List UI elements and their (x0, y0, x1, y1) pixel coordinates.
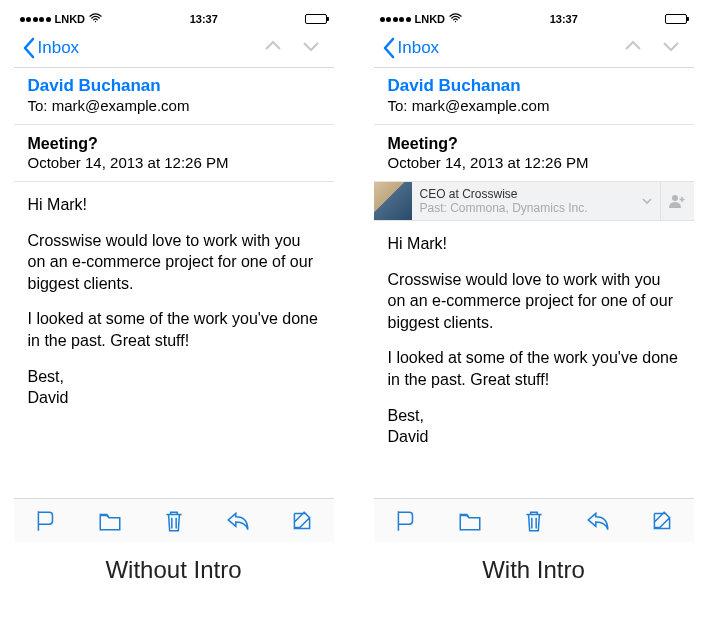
toolbar (14, 498, 334, 542)
wifi-icon (89, 13, 102, 25)
recipient-line: To: mark@example.com (388, 97, 680, 114)
svg-point-0 (672, 195, 678, 201)
subject-text: Meeting? (28, 135, 320, 153)
phone-with-intro: LNKD 13:37 Inbox (374, 10, 694, 542)
trash-button[interactable] (161, 508, 187, 534)
caption-right: With Intro (482, 556, 585, 584)
back-label: Inbox (398, 38, 440, 58)
chevron-left-icon (382, 37, 396, 59)
nav-bar: Inbox (374, 28, 694, 68)
sender-name[interactable]: David Buchanan (388, 76, 680, 96)
subject-block: Meeting? October 14, 2013 at 12:26 PM (14, 125, 334, 182)
status-bar: LNKD 13:37 (14, 10, 334, 28)
battery-icon (665, 14, 687, 24)
body-paragraph: I looked at some of the work you've done… (28, 308, 320, 351)
subject-text: Meeting? (388, 135, 680, 153)
caption-left: Without Intro (105, 556, 241, 584)
sender-name[interactable]: David Buchanan (28, 76, 320, 96)
trash-button[interactable] (521, 508, 547, 534)
next-message-button[interactable] (302, 39, 320, 57)
body-paragraph: Hi Mark! (28, 194, 320, 216)
prev-message-button[interactable] (264, 39, 282, 57)
compose-button[interactable] (289, 508, 315, 534)
signal-dots-icon (20, 17, 51, 22)
add-contact-button[interactable] (660, 182, 694, 220)
back-button[interactable]: Inbox (382, 37, 440, 59)
flag-button[interactable] (393, 508, 419, 534)
phone-without-intro: LNKD 13:37 Inbox (14, 10, 334, 542)
date-text: October 14, 2013 at 12:26 PM (388, 154, 680, 171)
next-message-button[interactable] (662, 39, 680, 57)
toolbar (374, 498, 694, 542)
status-bar: LNKD 13:37 (374, 10, 694, 28)
recipient-line: To: mark@example.com (28, 97, 320, 114)
clock: 13:37 (550, 13, 578, 25)
message-body: Hi Mark! Crosswise would love to work wi… (374, 221, 694, 498)
compose-button[interactable] (649, 508, 675, 534)
carrier-label: LNKD (415, 13, 446, 25)
subject-block: Meeting? October 14, 2013 at 12:26 PM (374, 125, 694, 182)
flag-button[interactable] (33, 508, 59, 534)
wifi-icon (449, 13, 462, 25)
intro-card[interactable]: CEO at Crosswise Past: Commona, Dynamics… (374, 182, 694, 221)
carrier-label: LNKD (55, 13, 86, 25)
signal-dots-icon (380, 17, 411, 22)
body-paragraph: Best,David (28, 366, 320, 409)
avatar (374, 182, 412, 220)
body-paragraph: Hi Mark! (388, 233, 680, 255)
battery-icon (305, 14, 327, 24)
expand-intro-button[interactable] (634, 182, 660, 220)
clock: 13:37 (190, 13, 218, 25)
message-header: David Buchanan To: mark@example.com (374, 68, 694, 125)
body-paragraph: I looked at some of the work you've done… (388, 347, 680, 390)
reply-button[interactable] (585, 508, 611, 534)
chevron-left-icon (22, 37, 36, 59)
back-button[interactable]: Inbox (22, 37, 80, 59)
folder-button[interactable] (457, 508, 483, 534)
date-text: October 14, 2013 at 12:26 PM (28, 154, 320, 171)
body-paragraph: Crosswise would love to work with you on… (388, 269, 680, 334)
reply-button[interactable] (225, 508, 251, 534)
message-body: Hi Mark! Crosswise would love to work wi… (14, 182, 334, 498)
intro-title: CEO at Crosswise (420, 187, 626, 201)
intro-past: Past: Commona, Dynamics Inc. (420, 201, 626, 215)
folder-button[interactable] (97, 508, 123, 534)
nav-bar: Inbox (14, 28, 334, 68)
message-header: David Buchanan To: mark@example.com (14, 68, 334, 125)
body-paragraph: Crosswise would love to work with you on… (28, 230, 320, 295)
prev-message-button[interactable] (624, 39, 642, 57)
back-label: Inbox (38, 38, 80, 58)
intro-meta: CEO at Crosswise Past: Commona, Dynamics… (412, 182, 634, 220)
body-paragraph: Best,David (388, 405, 680, 448)
